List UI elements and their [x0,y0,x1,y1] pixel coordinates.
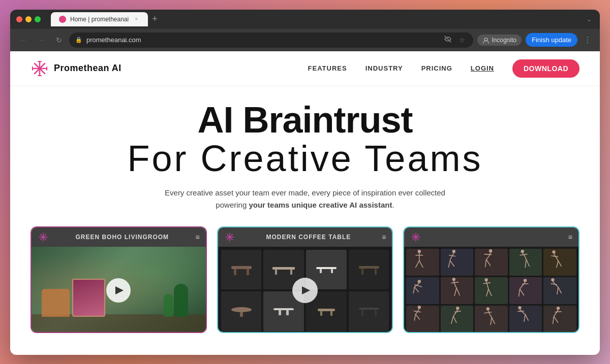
incognito-label: Incognito [492,37,516,44]
hero-title-light: For Creative Teams [128,140,483,177]
logo-icon [30,59,49,78]
hero-section: AI Braintrust For Creative Teams Every c… [10,86,600,355]
new-tab-button[interactable]: + [148,14,162,24]
svg-line-74 [483,282,491,283]
svg-line-58 [520,254,527,255]
pose-cell [475,306,508,333]
forward-button[interactable]: → [35,34,49,47]
nav-features[interactable]: Features [308,64,347,72]
svg-line-47 [416,260,419,268]
svg-line-52 [450,260,454,267]
svg-rect-20 [272,267,295,270]
svg-point-73 [485,278,488,281]
svg-line-63 [557,260,558,268]
svg-line-99 [524,314,525,321]
card-1-body [32,247,206,333]
svg-rect-35 [320,311,322,316]
title-bar: Home | prometheanai × + ⌄ [10,10,600,29]
card-2-body [218,247,392,333]
svg-rect-18 [234,269,236,275]
svg-line-75 [486,289,489,296]
svg-point-81 [552,278,555,281]
svg-line-82 [551,283,558,284]
browser-window: Home | prometheanai × + ⌄ ← → ↻ 🔒 promet… [10,10,600,355]
download-button[interactable]: Download [512,59,580,78]
card-2-menu-icon[interactable]: ≡ [382,233,386,241]
hero-subtitle-bold: your teams unique creative AI assistant [249,201,392,209]
tab-close-button[interactable]: × [133,16,140,23]
svg-line-55 [485,259,486,267]
svg-point-53 [489,249,492,252]
svg-line-103 [553,316,554,324]
svg-line-86 [414,311,421,312]
pose-cell [509,306,542,333]
pose-cell [441,277,474,304]
svg-line-95 [491,317,492,325]
minimize-window-button[interactable] [25,16,32,22]
pose-cell [475,249,508,276]
visibility-icon[interactable] [442,34,454,46]
incognito-button[interactable]: Incognito [477,35,522,46]
svg-rect-22 [290,270,292,275]
card-3-body [404,247,578,333]
svg-rect-33 [286,310,289,315]
svg-line-104 [554,316,558,323]
active-tab[interactable]: Home | prometheanai × [51,12,148,26]
card-1-play-button[interactable] [106,278,131,303]
svg-point-61 [553,250,556,253]
card-2-header: Modern Coffee Table ≡ [218,227,392,247]
back-button[interactable]: ← [16,34,30,47]
card-2-title: Modern Coffee Table [239,234,378,241]
svg-line-76 [489,289,492,296]
card-3-header: ≡ [404,227,578,247]
nav-links: Features Industry Pricing Login Download [308,59,580,78]
svg-line-91 [451,316,453,324]
svg-line-100 [525,314,528,320]
svg-point-29 [231,307,252,312]
nav-pricing[interactable]: Pricing [421,64,452,72]
window-menu-button[interactable]: ⌄ [585,14,594,25]
nav-industry[interactable]: Industry [365,64,403,72]
svg-line-59 [525,259,526,268]
svg-rect-21 [275,270,277,275]
svg-rect-19 [247,269,249,275]
hero-subtitle-plain: Every creative asset your team ever made… [165,188,445,197]
url-bar[interactable]: 🔒 prometheanai.com ☆ [69,32,473,48]
refresh-button[interactable]: ↻ [53,34,65,46]
card-poses: ≡ [403,226,580,333]
svg-point-69 [452,278,455,281]
site-logo[interactable]: Promethean AI [30,59,121,78]
pose-cell [441,249,474,276]
hero-subtitle-end: . [392,201,394,209]
maximize-window-button[interactable] [35,16,41,22]
nav-login[interactable]: Login [471,64,494,72]
svg-line-98 [517,311,524,311]
grid-item [349,291,389,332]
pose-grid [406,249,576,333]
svg-line-51 [448,260,450,268]
more-options-button[interactable]: ⋮ [582,33,594,47]
finish-update-button[interactable]: Finish update [526,33,577,47]
svg-line-88 [416,314,420,319]
card-1-title: Green Boho Livingroom [53,234,192,241]
svg-point-97 [518,306,521,309]
svg-line-50 [449,255,455,256]
traffic-lights [16,16,41,22]
card-3-menu-icon[interactable]: ≡ [568,233,572,241]
tab-favicon [59,16,66,23]
svg-line-64 [558,260,561,267]
bookmark-button[interactable]: ☆ [457,35,467,45]
svg-line-84 [558,287,561,293]
card-coffee-table: Modern Coffee Table ≡ [217,226,393,333]
svg-point-49 [452,250,455,253]
cards-row: Green Boho Livingroom ≡ [10,211,600,333]
svg-rect-26 [359,266,379,269]
svg-rect-25 [331,269,333,273]
card-1-menu-icon[interactable]: ≡ [196,233,200,241]
close-window-button[interactable] [16,16,22,22]
site-nav: Promethean AI Features Industry Pricing … [10,51,600,86]
pose-cell [475,277,508,304]
logo-text: Promethean AI [54,63,121,74]
card-2-play-button[interactable] [292,278,318,303]
card-2-logo-icon [224,231,235,243]
